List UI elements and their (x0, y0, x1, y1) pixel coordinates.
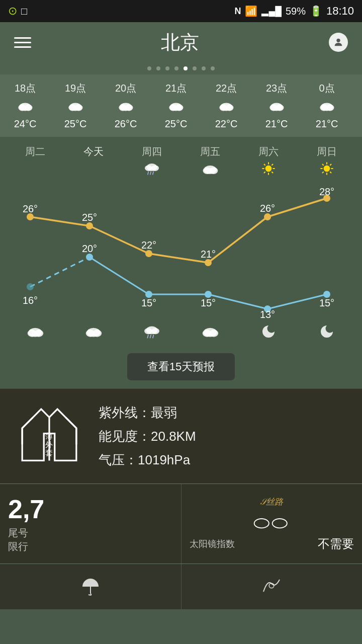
day-icon-top-thursday (143, 162, 160, 179)
day-col-today: 今天 (68, 145, 119, 179)
sunglasses-label: 太阳镜指数 (190, 538, 235, 550)
svg-point-21 (326, 105, 334, 111)
vis-label: 能见度： (99, 429, 151, 444)
svg-text:25°: 25° (82, 212, 97, 223)
dot-7[interactable] (202, 66, 206, 70)
day-icon-top-saturday (260, 162, 277, 179)
sunglasses-bottom: 太阳镜指数 不需要 (190, 536, 354, 552)
svg-point-31 (265, 166, 272, 172)
svg-point-63 (86, 254, 93, 261)
svg-text:13°: 13° (260, 309, 275, 320)
sport-card (182, 564, 363, 609)
svg-point-18 (276, 105, 284, 111)
hourly-time-5: 23点 (266, 82, 287, 95)
svg-line-26 (150, 172, 151, 175)
dot-2[interactable] (156, 66, 160, 70)
bottom-icon-today (68, 324, 119, 339)
svg-point-50 (86, 222, 93, 229)
bottom-icon-tuesday (10, 324, 60, 339)
weekly-forecast-section: 周二 今天 周四 周五 周六 (0, 137, 362, 388)
dot-6[interactable] (193, 66, 197, 70)
svg-point-67 (323, 291, 330, 298)
svg-line-36 (264, 164, 265, 166)
svg-text:15°: 15° (319, 297, 334, 308)
svg-text:20°: 20° (82, 243, 97, 254)
hourly-forecast-bar: 18点 24°C 19点 25°C 20点 26°C 21点 25°C (0, 74, 362, 137)
user-profile-button[interactable] (329, 33, 348, 52)
dot-3[interactable] (165, 66, 169, 70)
day-col-saturday: 周六 (243, 145, 294, 179)
svg-line-85 (153, 335, 154, 338)
bottom-icon-saturday (243, 324, 294, 339)
day-headers-row: 周二 今天 周四 周五 周六 (0, 145, 362, 179)
hamburger-line-2 (14, 42, 31, 43)
uv-label: 紫外线： (99, 405, 151, 420)
hourly-temp-4: 22°C (215, 118, 238, 130)
temperature-chart: 26° 25° 22° 21° 26° 28° (10, 183, 352, 324)
wifi-icon: 📶 (245, 5, 257, 17)
dot-8[interactable] (211, 66, 215, 70)
hamburger-menu[interactable] (14, 37, 31, 48)
umbrella-card (0, 564, 182, 609)
status-left-icons: ⊙ □ (8, 5, 27, 18)
sunglasses-value: 不需要 (318, 536, 354, 552)
clothing-section: 薄 外 套 紫外线：最弱 能见度：20.8KM 气压：1019hPa (0, 388, 362, 484)
day-bottom-icons-row (0, 324, 362, 347)
svg-line-84 (150, 335, 151, 338)
svg-text:薄: 薄 (46, 432, 53, 440)
silkroad-logo: 𝒮丝路 (190, 496, 354, 508)
svg-point-24 (151, 165, 159, 171)
forecast-15day-button[interactable]: 查看15天预报 (127, 353, 235, 380)
hamburger-line-3 (14, 46, 31, 48)
svg-point-51 (145, 250, 152, 257)
status-right-icons: N 📶 ▂▄█ 59% 🔋 18:10 (234, 5, 354, 18)
svg-text:28°: 28° (319, 186, 334, 197)
svg-point-49 (27, 213, 34, 220)
city-name: 北京 (161, 30, 199, 55)
forecast-btn-container: 查看15天预报 (0, 347, 362, 388)
app-icon-1: ⊙ (8, 5, 17, 18)
sunglasses-card: 𝒮丝路 ⬭⬭ 太阳镜指数 不需要 (182, 484, 363, 564)
dot-1[interactable] (147, 66, 151, 70)
signal-icon: ▂▄█ (261, 6, 282, 17)
svg-text:15°: 15° (141, 297, 156, 308)
traffic-restriction-card: 2,7 尾号 限行 (0, 484, 182, 564)
svg-point-64 (145, 291, 152, 298)
svg-point-23 (145, 165, 152, 171)
hamburger-line-1 (14, 37, 31, 39)
day-col-tuesday: 周二 (10, 145, 60, 179)
hourly-item-5: 23点 21°C (251, 79, 302, 132)
pressure-row: 气压：1019hPa (99, 451, 348, 469)
hourly-item-4: 22点 22°C (201, 79, 251, 132)
svg-point-9 (125, 105, 133, 111)
svg-line-39 (264, 172, 265, 173)
battery-level: 59% (286, 6, 306, 17)
svg-text:26°: 26° (260, 203, 275, 214)
hourly-temp-0: 24°C (14, 118, 37, 130)
dot-4[interactable] (174, 66, 178, 70)
svg-text:套: 套 (46, 448, 53, 457)
traffic-numbers: 2,7 (8, 494, 44, 524)
svg-text:22°: 22° (141, 239, 156, 251)
hourly-icon-0 (17, 98, 33, 115)
svg-text:26°: 26° (23, 203, 38, 214)
page-dots (0, 62, 362, 74)
dot-5-active[interactable] (184, 66, 188, 70)
hourly-time-1: 19点 (65, 82, 86, 95)
hourly-temp-3: 25°C (165, 118, 188, 130)
svg-point-40 (324, 166, 330, 172)
hourly-temp-2: 26°C (115, 118, 137, 130)
svg-line-25 (148, 172, 149, 175)
pressure-value: 1019hPa (138, 452, 190, 467)
hourly-temp-1: 25°C (64, 118, 87, 130)
hourly-item-0: 18点 24°C (0, 79, 50, 132)
svg-line-27 (153, 172, 154, 175)
bottom-icon-sunday (302, 324, 352, 339)
svg-point-15 (225, 105, 233, 111)
svg-point-81 (144, 328, 152, 334)
sport-icon (259, 576, 284, 598)
day-icon-top-friday (202, 162, 219, 179)
hourly-time-6: 0点 (319, 82, 334, 95)
svg-point-52 (205, 259, 212, 266)
battery-icon: 🔋 (310, 5, 322, 17)
